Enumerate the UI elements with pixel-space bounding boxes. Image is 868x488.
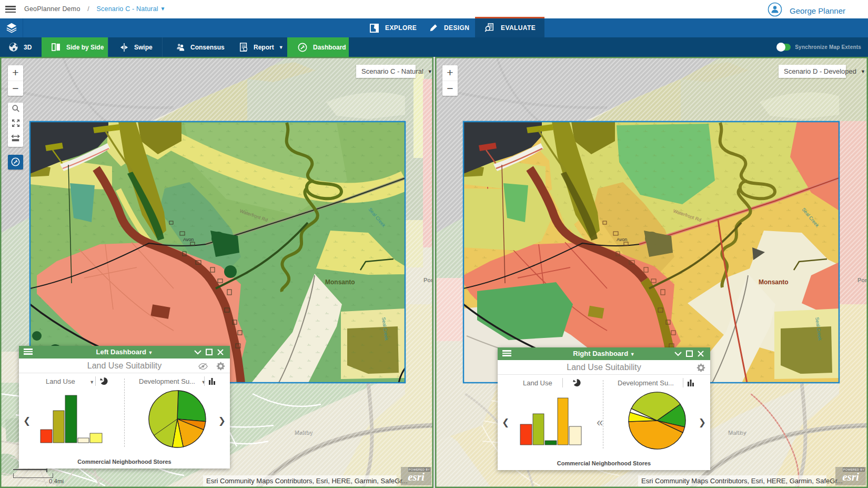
- svg-text:Monsanto: Monsanto: [759, 278, 789, 286]
- svg-text:Por: Por: [423, 277, 433, 283]
- svg-text:Avon: Avon: [183, 237, 194, 242]
- svg-text:Por: Por: [857, 277, 867, 283]
- svg-text:Avon: Avon: [617, 237, 627, 242]
- svg-text:Monsanto: Monsanto: [325, 278, 355, 286]
